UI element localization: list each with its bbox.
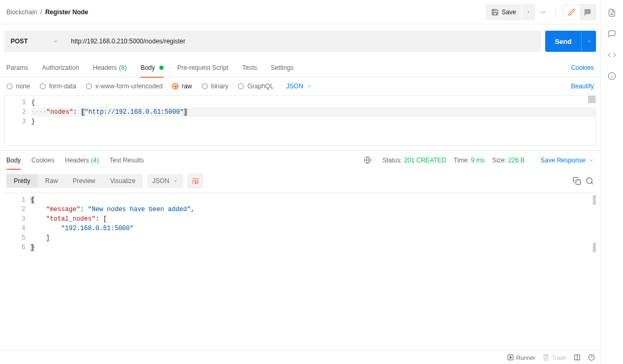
tab-authorization[interactable]: Authorization — [42, 58, 79, 77]
right-sidebar — [601, 0, 623, 364]
status-label: Status: — [382, 157, 402, 164]
gutter: 123456 — [4, 193, 31, 254]
size-label: Size: — [492, 157, 507, 164]
send-label: Send — [555, 38, 572, 46]
two-pane-icon[interactable] — [574, 354, 581, 361]
info-icon[interactable] — [608, 72, 616, 80]
scroll-indicator — [593, 243, 596, 252]
tab-params[interactable]: Params — [6, 58, 28, 77]
method-value: POST — [11, 38, 28, 45]
trash-button[interactable]: Trash — [543, 354, 566, 361]
svg-point-1 — [543, 12, 543, 12]
cookies-link[interactable]: Cookies — [571, 64, 594, 71]
save-button[interactable]: Save — [486, 4, 521, 20]
search-icon[interactable] — [585, 177, 594, 185]
gutter: 123 — [5, 96, 31, 129]
svg-point-0 — [541, 12, 541, 12]
tab-body[interactable]: Body — [140, 58, 163, 77]
request-body-editor[interactable]: 123 { ····"nodes": ["http://192.168.0.61… — [4, 95, 596, 146]
code-line: { — [31, 196, 34, 204]
save-icon — [491, 8, 499, 16]
body-modified-indicator — [159, 66, 164, 70]
resp-tab-headers[interactable]: Headers (4) — [65, 151, 99, 170]
code-line: { — [31, 99, 35, 106]
tab-prerequest[interactable]: Pre-request Script — [177, 58, 229, 77]
view-raw[interactable]: Raw — [38, 174, 65, 188]
edit-mode-button[interactable] — [564, 5, 580, 20]
copy-icon[interactable] — [573, 177, 581, 185]
comment-mode-button[interactable] — [580, 5, 595, 20]
svg-point-2 — [544, 12, 545, 12]
radio-graphql[interactable]: GraphQL — [238, 83, 273, 90]
status-value: 201 CREATED — [404, 157, 446, 164]
tab-settings[interactable]: Settings — [271, 58, 294, 77]
radio-none[interactable]: none — [6, 83, 30, 90]
chevron-down-icon — [53, 39, 58, 44]
request-header: Blockchain / Register Node Save — [0, 0, 600, 24]
time-value: 9 ms — [471, 157, 485, 164]
help-icon[interactable] — [588, 354, 595, 361]
comments-icon[interactable] — [608, 30, 616, 38]
url-bar: POST Send — [0, 24, 600, 58]
send-button[interactable]: Send — [545, 31, 581, 52]
beautify-button[interactable]: Beautify — [571, 83, 594, 90]
url-input[interactable] — [65, 31, 541, 52]
status-bar: Runner Trash — [0, 350, 600, 364]
scroll-indicator — [593, 195, 596, 205]
svg-line-9 — [591, 183, 593, 184]
body-type-selector: none form-data x-www-form-urlencoded raw… — [0, 77, 600, 95]
minimap-indicator — [588, 96, 595, 103]
radio-binary[interactable]: binary — [202, 83, 229, 90]
svg-rect-7 — [576, 180, 581, 185]
code-line: } — [31, 118, 35, 125]
tab-headers[interactable]: Headers (8) — [93, 58, 127, 77]
breadcrumb-collection[interactable]: Blockchain — [6, 8, 37, 16]
radio-raw[interactable]: raw — [172, 83, 192, 90]
save-label: Save — [502, 8, 516, 16]
runner-button[interactable]: Runner — [507, 354, 535, 361]
radio-form-data[interactable]: form-data — [40, 83, 76, 90]
chevron-down-icon — [306, 84, 312, 89]
response-meta: Status: 201 CREATED Time: 9 ms Size: 226… — [382, 157, 525, 164]
request-tabs: Params Authorization Headers (8) Body Pr… — [0, 58, 600, 77]
resp-headers-count: (4) — [91, 157, 99, 164]
radio-x-www-form-urlencoded[interactable]: x-www-form-urlencoded — [86, 83, 162, 90]
resp-tab-cookies[interactable]: Cookies — [31, 151, 54, 170]
body-language-dropdown[interactable]: JSON — [286, 83, 312, 90]
breadcrumb[interactable]: Blockchain / Register Node — [4, 8, 88, 16]
wrap-lines-button[interactable] — [187, 174, 203, 188]
svg-point-8 — [586, 178, 592, 184]
time-label: Time: — [454, 157, 469, 164]
save-response-dropdown[interactable]: Save Response — [540, 157, 594, 164]
view-pretty[interactable]: Pretty — [6, 174, 38, 188]
tab-tests[interactable]: Tests — [242, 58, 257, 77]
chevron-down-icon — [173, 178, 178, 184]
size-value: 226 B — [508, 157, 525, 164]
breadcrumb-request[interactable]: Register Node — [45, 8, 88, 16]
more-actions-button[interactable] — [535, 4, 551, 20]
response-body-editor[interactable]: 123456 { "message": "New nodes have been… — [4, 193, 596, 350]
send-dropdown[interactable] — [581, 31, 596, 52]
breadcrumb-separator: / — [40, 8, 42, 16]
documentation-icon[interactable] — [608, 8, 616, 17]
resp-tab-test-results[interactable]: Test Results — [110, 151, 144, 170]
globe-icon[interactable] — [364, 156, 372, 164]
svg-marker-11 — [510, 356, 512, 358]
view-preview[interactable]: Preview — [65, 174, 103, 188]
view-visualize[interactable]: Visualize — [103, 174, 143, 188]
headers-count: (8) — [119, 64, 127, 71]
response-toolbar: Pretty Raw Preview Visualize JSON — [0, 169, 600, 193]
method-selector[interactable]: POST — [4, 31, 65, 52]
code-icon[interactable] — [608, 51, 616, 59]
response-language-dropdown[interactable]: JSON — [147, 174, 183, 188]
resp-tab-body[interactable]: Body — [6, 151, 21, 170]
save-dropdown[interactable] — [521, 4, 535, 20]
response-header: Body Cookies Headers (4) Test Results St… — [0, 150, 600, 169]
chevron-down-icon — [589, 158, 594, 163]
